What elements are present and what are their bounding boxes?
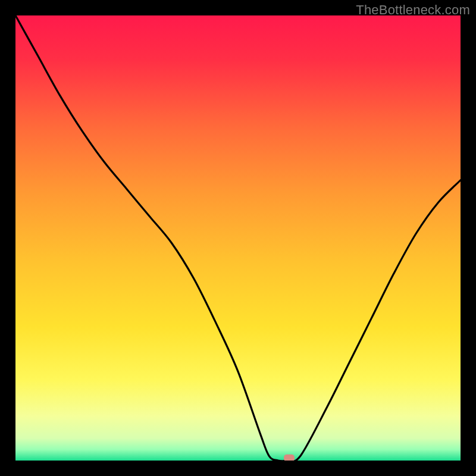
watermark-text: TheBottleneck.com bbox=[356, 2, 470, 18]
optimal-marker bbox=[284, 455, 295, 461]
gradient-background bbox=[15, 15, 461, 461]
chart-svg bbox=[15, 15, 461, 461]
plot-area bbox=[15, 15, 461, 461]
